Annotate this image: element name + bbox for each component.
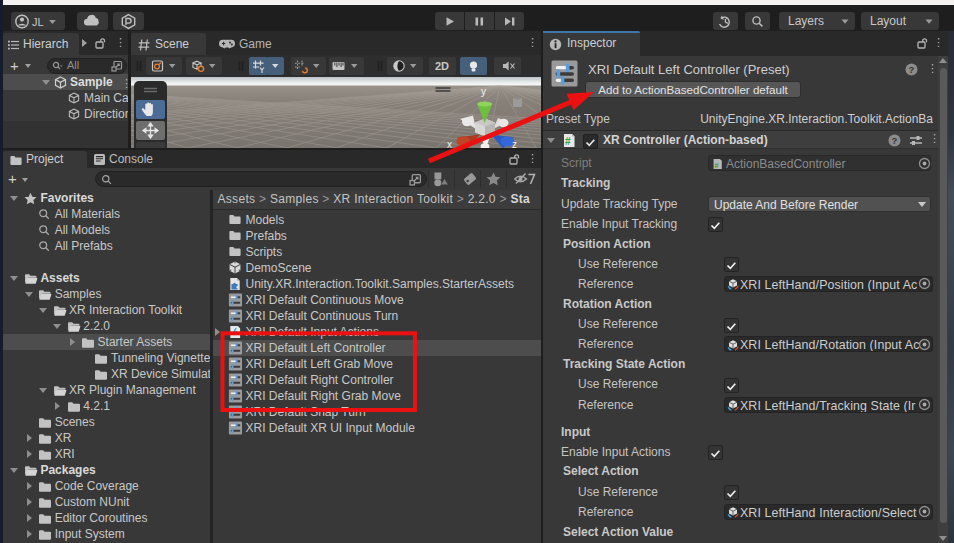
svg-text:z: z <box>512 139 517 148</box>
svg-text:x: x <box>447 139 452 148</box>
svg-text:#: # <box>565 136 571 147</box>
svg-text:y: y <box>481 86 486 97</box>
svg-text:2D: 2D <box>435 60 449 72</box>
svg-text:?: ? <box>909 64 915 75</box>
svg-text:?: ? <box>892 135 898 146</box>
svg-text:JL: JL <box>32 16 44 28</box>
svg-text:#: # <box>714 160 719 169</box>
